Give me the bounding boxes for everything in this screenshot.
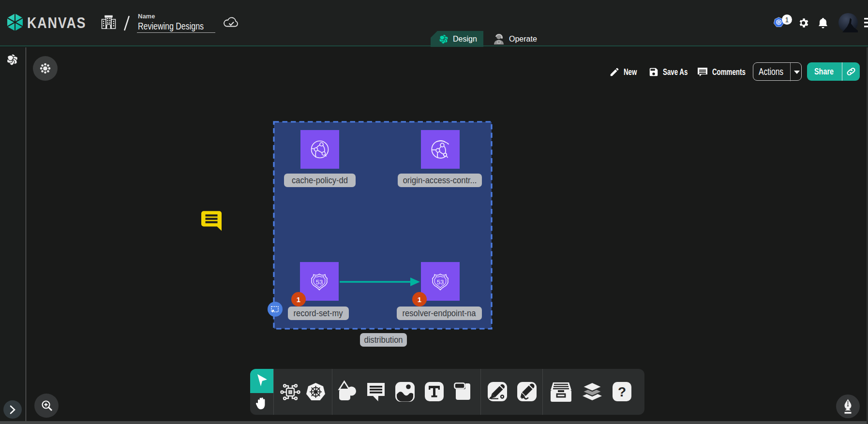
svg-text:53: 53: [437, 278, 444, 286]
svg-text:53: 53: [316, 278, 323, 286]
svg-text:?: ?: [618, 384, 626, 399]
